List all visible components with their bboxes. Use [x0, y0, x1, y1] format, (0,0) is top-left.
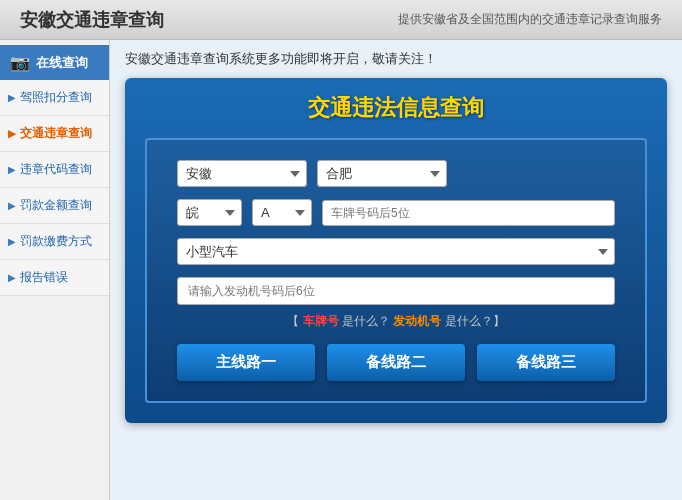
- sidebar-item-label: 交通违章查询: [20, 125, 92, 142]
- arrow-icon: ▶: [8, 236, 16, 247]
- form-row-location: 安徽 北京 上海 合肥 芜湖 蚌埠: [177, 160, 615, 187]
- sidebar-item-label: 罚款金额查询: [20, 197, 92, 214]
- sidebar-item-label: 罚款缴费方式: [20, 233, 92, 250]
- arrow-icon: ▶: [8, 128, 16, 139]
- cartype-select[interactable]: 小型汽车 大型汽车 摩托车: [177, 238, 615, 265]
- primary-query-button[interactable]: 主线路一: [177, 344, 315, 381]
- query-title: 交通违法信息查询: [145, 93, 647, 123]
- engine-help-link[interactable]: 发动机号: [393, 314, 441, 328]
- sidebar: 📷 在线查询 ▶ 驾照扣分查询 ▶ 交通违章查询 ▶ 违章代码查询 ▶ 罚款金额…: [0, 40, 110, 500]
- help-mid2: 是什么？】: [445, 314, 505, 328]
- content-area: 安徽交通违章查询系统更多功能即将开启，敬请关注！ 交通违法信息查询 安徽 北京 …: [110, 40, 682, 500]
- arrow-icon: ▶: [8, 164, 16, 175]
- plate-help-link[interactable]: 车牌号: [303, 314, 339, 328]
- backup1-query-button[interactable]: 备线路二: [327, 344, 465, 381]
- sidebar-item-amount[interactable]: ▶ 罚款金额查询: [0, 188, 109, 224]
- plate-number-input[interactable]: [322, 200, 615, 226]
- header: 安徽交通违章查询 提供安徽省及全国范围内的交通违章记录查询服务: [0, 0, 682, 40]
- sidebar-item-label: 违章代码查询: [20, 161, 92, 178]
- sidebar-item-payment[interactable]: ▶ 罚款缴费方式: [0, 224, 109, 260]
- sidebar-item-report[interactable]: ▶ 报告错误: [0, 260, 109, 296]
- notice-text: 安徽交通违章查询系统更多功能即将开启，敬请关注！: [125, 50, 667, 68]
- sidebar-item-violation[interactable]: ▶ 交通违章查询: [0, 116, 109, 152]
- header-title: 安徽交通违章查询: [20, 8, 164, 32]
- sidebar-item-code[interactable]: ▶ 违章代码查询: [0, 152, 109, 188]
- camera-icon: 📷: [10, 53, 30, 72]
- header-subtitle: 提供安徽省及全国范围内的交通违章记录查询服务: [398, 11, 662, 28]
- plate-letter-select[interactable]: A B C: [252, 199, 312, 226]
- plate-prefix-select[interactable]: 皖 京 沪: [177, 199, 242, 226]
- arrow-icon: ▶: [8, 200, 16, 211]
- query-box: 交通违法信息查询 安徽 北京 上海 合肥 芜湖 蚌埠: [125, 78, 667, 423]
- sidebar-item-label: 驾照扣分查询: [20, 89, 92, 106]
- help-mid1: 是什么？: [342, 314, 390, 328]
- sidebar-item-label: 报告错误: [20, 269, 68, 286]
- help-bracket-open: 【: [287, 314, 299, 328]
- city-select[interactable]: 合肥 芜湖 蚌埠: [317, 160, 447, 187]
- sidebar-item-deduction[interactable]: ▶ 驾照扣分查询: [0, 80, 109, 116]
- sidebar-top: 📷 在线查询: [0, 45, 109, 80]
- form-row-cartype: 小型汽车 大型汽车 摩托车: [177, 238, 615, 265]
- arrow-icon: ▶: [8, 272, 16, 283]
- help-text: 【 车牌号 是什么？ 发动机号 是什么？】: [177, 313, 615, 330]
- btn-row: 主线路一 备线路二 备线路三: [177, 344, 615, 381]
- engine-number-input[interactable]: [177, 277, 615, 305]
- backup2-query-button[interactable]: 备线路三: [477, 344, 615, 381]
- province-select[interactable]: 安徽 北京 上海: [177, 160, 307, 187]
- sidebar-top-label: 在线查询: [36, 54, 88, 72]
- form-row-plate: 皖 京 沪 A B C: [177, 199, 615, 226]
- main-layout: 📷 在线查询 ▶ 驾照扣分查询 ▶ 交通违章查询 ▶ 违章代码查询 ▶ 罚款金额…: [0, 40, 682, 500]
- arrow-icon: ▶: [8, 92, 16, 103]
- form-box: 安徽 北京 上海 合肥 芜湖 蚌埠 皖 京 沪: [145, 138, 647, 403]
